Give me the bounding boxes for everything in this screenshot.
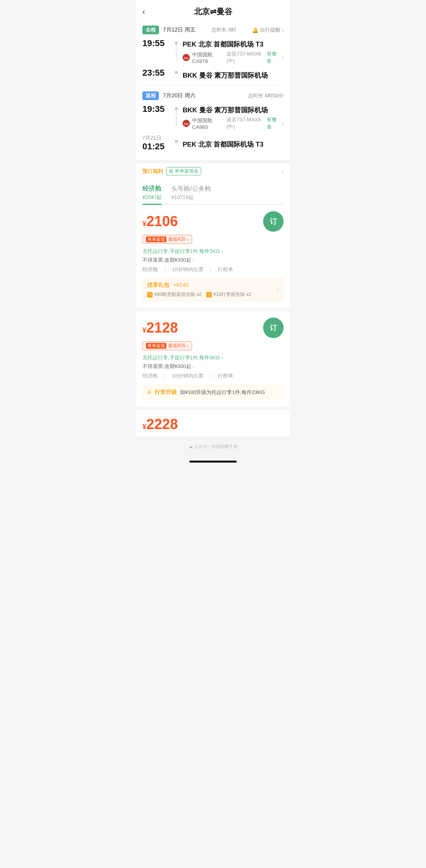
class-tabs: 经济舱 ¥2047起 头等舱/公务舱 ¥10719起 xyxy=(136,179,290,205)
luggage-arrow-1: › xyxy=(221,249,223,254)
cashback-label-1: 单单返现 xyxy=(146,236,166,242)
flight-info-card: 去程 7月12日 周五 总时长 5时 🔔 出行提醒 › 19:55 PEK 北京… xyxy=(136,21,290,160)
speaker-icon: 🔔 xyxy=(252,27,258,33)
reminder-text: 出行提醒 xyxy=(260,26,280,33)
return-aircraft: 波音737-MAX8 (中) xyxy=(226,116,264,130)
meta-divider-3: ｜ xyxy=(163,373,168,379)
return-arrival-row: 7月21日 01:25 PEK 北京 首都国际机场 T3 xyxy=(142,134,284,152)
insurance-text-1: ¥60航意航延组合险 x2 xyxy=(154,291,202,298)
return-airline-ca-logo: CA xyxy=(183,120,190,127)
timeline-dot-top xyxy=(175,41,178,45)
return-departure-detail: BKK 曼谷 素万那普国际机场 CA 中国国航 CA960 波音737-MAX8… xyxy=(183,104,284,130)
cashback-tag-2: 单单返现 最低¥20 › xyxy=(142,341,192,350)
refund-arrow-1: › xyxy=(193,257,194,263)
refund-text-2: 不得退票,改期¥300起 xyxy=(142,363,191,370)
outbound-meal[interactable]: 有餐食 xyxy=(267,50,280,65)
refund-policy-1[interactable]: 不得退票,改期¥300起 › xyxy=(142,256,284,264)
itinerary-1: 行程单 xyxy=(218,266,233,272)
return-arrival-time: 01:25 xyxy=(142,141,170,152)
timeline-return-dot-bottom xyxy=(175,140,178,143)
return-arrival-airport: PEK 北京 首都国际机场 T3 xyxy=(183,140,284,149)
travel-reminder[interactable]: 🔔 出行提醒 › xyxy=(252,26,284,33)
ticket-speed-1: 10分钟内出票 xyxy=(172,266,203,272)
outbound-departure-row: 19:55 PEK 北京 首都国际机场 T3 CA 中国国航 CA979 波音7… xyxy=(142,38,284,65)
return-date: 7月20日 周六 xyxy=(163,92,196,99)
cashback-arrow-2: › xyxy=(187,343,189,349)
order-button-1[interactable]: 订 xyxy=(263,211,284,232)
luggage-upgrade-bar[interactable]: ≡ 行李升级 加¥100升级为托运行李1件,每件23KG xyxy=(142,384,284,400)
outbound-duration: 总时长 5时 xyxy=(211,26,236,33)
luggage-text-1: 无托运行李,手提行李1件,每件5KG xyxy=(142,248,220,255)
luggage-text-2: 无托运行李,手提行李1件,每件5KG xyxy=(142,354,220,361)
cashback-arrow-1: › xyxy=(187,237,189,242)
return-duration: 总时长 4时50分 xyxy=(248,92,284,99)
business-tab-name: 头等舱/公务舱 xyxy=(171,185,211,193)
price-amount-1: 2106 xyxy=(146,213,178,229)
luggage-upgrade-icon: ≡ xyxy=(147,388,151,396)
meta-divider-1: ｜ xyxy=(163,266,168,272)
timeline-return-dot-top xyxy=(175,107,178,110)
outbound-badge: 去程 xyxy=(142,26,159,34)
shield-icon-1: 🛡 xyxy=(147,292,153,297)
ticket-meta-1: 经济舱 ｜ 10分钟内出票 ｜ 行程单 xyxy=(142,266,284,273)
refund-arrow-2: › xyxy=(193,364,194,369)
tab-economy[interactable]: 经济舱 ¥2047起 xyxy=(142,185,162,204)
refund-policy-2[interactable]: 不得退票,改期¥300起 › xyxy=(142,363,284,370)
return-meal[interactable]: 有餐食 xyxy=(267,116,280,130)
economy-tab-price: ¥2047起 xyxy=(142,194,162,201)
reminder-arrow: › xyxy=(282,27,284,33)
gift-package-1[interactable]: 优享礼包 +¥140 🛡 ¥60航意航延组合险 x2 🛡 ¥10行李损失险 x2… xyxy=(142,278,284,302)
watermark-text: 公众号 · 游荡的狮子座 xyxy=(194,444,237,450)
ticket-meta-2: 经济舱 ｜ 10分钟内出票 ｜ 行程单 xyxy=(142,372,284,379)
luggage-arrow-2: › xyxy=(221,355,223,361)
outbound-aircraft: 波音737-MAX8 (中) xyxy=(226,50,264,65)
insurance-items-1: 🛡 ¥60航意航延组合险 x2 🛡 ¥10行李损失险 x2 xyxy=(147,291,251,298)
tab-business[interactable]: 头等舱/公务舱 ¥10719起 xyxy=(171,185,211,204)
svg-text:CA: CA xyxy=(184,122,188,126)
price-symbol-3: ¥ xyxy=(142,423,146,431)
order-button-2[interactable]: 订 xyxy=(263,318,284,338)
page-title: 北京⇌曼谷 xyxy=(194,6,232,17)
back-button[interactable]: ‹ xyxy=(142,7,145,16)
return-airline-name: 中国国航 CA960 xyxy=(192,117,224,130)
cashback-label-2: 单单返现 xyxy=(146,343,166,349)
itinerary-2: 行程单 xyxy=(218,373,233,379)
class-tabs-row: 经济舱 ¥2047起 头等舱/公务舱 ¥10719起 xyxy=(142,185,284,205)
gift-label-1: 优享礼包 xyxy=(147,282,169,288)
outbound-airline-name: 中国国航 CA979 xyxy=(192,51,224,64)
gift-price-1: +¥140 xyxy=(173,282,189,288)
outbound-segment-header: 去程 7月12日 周五 总时长 5时 🔔 出行提醒 › xyxy=(142,21,284,38)
timeline-line xyxy=(176,45,177,60)
return-segment-header: 返程 7月20日 周六 总时长 4时50分 xyxy=(142,90,284,104)
price-display-3: ¥2228 xyxy=(142,416,284,433)
insurance-item-1: 🛡 ¥60航意航延组合险 x2 xyxy=(147,291,202,298)
cabin-type-1: 经济舱 xyxy=(142,266,158,272)
timeline-return-line xyxy=(176,110,177,126)
timeline-return-bottom xyxy=(175,134,178,143)
return-departure-row: 19:35 BKK 曼谷 素万那普国际机场 CA 中国国航 CA960 波音73… xyxy=(142,104,284,130)
price-amount-2: 2128 xyxy=(146,320,178,336)
gift-arrow-1: › xyxy=(277,286,279,294)
outbound-date: 7月12日 周五 xyxy=(163,26,196,33)
cashback-tag-1: 单单返现 最低¥20 › xyxy=(142,235,192,244)
luggage-policy-1[interactable]: 无托运行李,手提行李1件,每件5KG › xyxy=(142,248,284,255)
economy-tab-name: 经济舱 xyxy=(142,185,162,193)
timeline-outbound-bottom xyxy=(175,68,178,74)
outbound-departure-detail: PEK 北京 首都国际机场 T3 CA 中国国航 CA979 波音737-MAX… xyxy=(183,38,284,65)
price-main-2: ¥2128 订 xyxy=(142,318,284,338)
luggage-policy-2[interactable]: 无托运行李,手提行李1件,每件5KG › xyxy=(142,354,284,361)
shield-icon-2: 🛡 xyxy=(206,292,212,297)
outbound-arrival-row: 23:55 BKK 曼谷 素万那普国际机场 xyxy=(142,68,284,80)
refund-text-1: 不得退票,改期¥300起 xyxy=(142,256,191,264)
luggage-upgrade-desc: 加¥100升级为托运行李1件,每件23KG xyxy=(180,389,265,396)
price-amount-3: 2228 xyxy=(146,416,178,432)
business-tab-price: ¥10719起 xyxy=(171,194,211,201)
cabin-type-2: 经济舱 xyxy=(142,373,158,379)
prebook-arrow: › xyxy=(282,168,284,175)
timeline-return xyxy=(175,104,178,126)
outbound-arrival-detail: BKK 曼谷 素万那普国际机场 xyxy=(183,68,284,80)
outbound-departure-time: 19:55 xyxy=(142,38,170,48)
price-symbol-1: ¥ xyxy=(142,220,146,228)
price-card-1: ¥2106 订 单单返现 最低¥20 › 无托运行李,手提行李1件,每件5KG … xyxy=(136,205,290,308)
prebook-bar[interactable]: 预订福利 返 单单返现金 › xyxy=(136,163,290,179)
